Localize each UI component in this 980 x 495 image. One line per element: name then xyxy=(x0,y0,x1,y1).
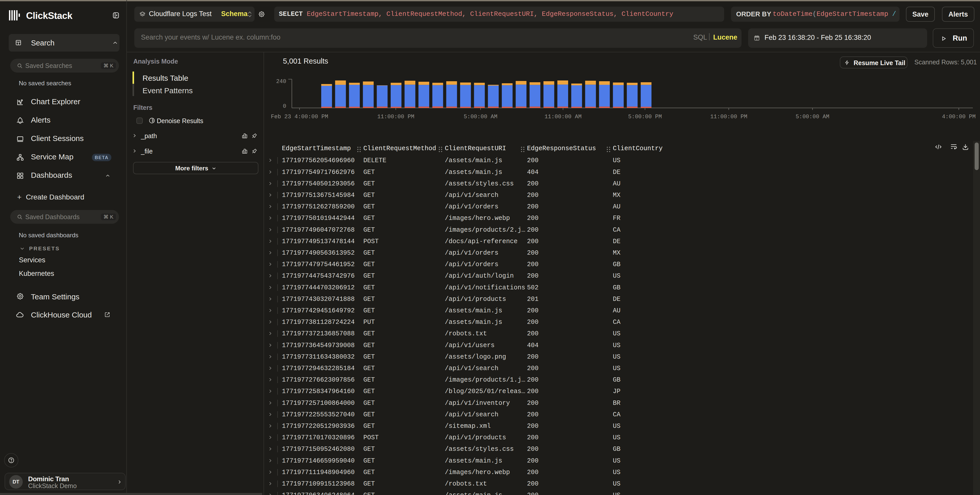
svg-text:Feb 23 4:00:00 PM: Feb 23 4:00:00 PM xyxy=(271,114,328,120)
svg-text:5:00:00 AM: 5:00:00 AM xyxy=(795,114,829,120)
svg-text:11:00:00 PM: 11:00:00 PM xyxy=(377,114,414,120)
svg-text:0: 0 xyxy=(283,103,286,110)
svg-text:5:00:00 PM: 5:00:00 PM xyxy=(628,114,662,120)
svg-text:4:00:00 PM: 4:00:00 PM xyxy=(942,114,976,120)
svg-text:5:00:00 AM: 5:00:00 AM xyxy=(464,114,497,120)
svg-text:11:00:00 PM: 11:00:00 PM xyxy=(710,114,747,120)
svg-text:11:00:00 AM: 11:00:00 AM xyxy=(544,114,581,120)
svg-text:240: 240 xyxy=(276,78,286,85)
